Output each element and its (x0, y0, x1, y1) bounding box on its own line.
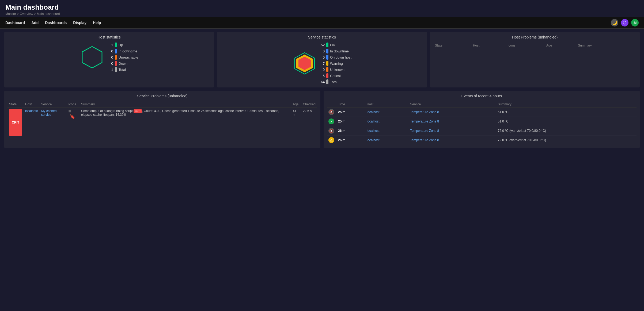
unreachable-indicator (115, 55, 117, 60)
svc-service-cell[interactable]: My cached service (39, 107, 67, 138)
stat-unreachable: 0 Unreachable (109, 55, 138, 60)
evt-col-service: Service (408, 101, 496, 107)
svc-col-icons: Icons (67, 101, 79, 107)
svc-col-summary: Summary (79, 101, 291, 107)
stat-total-host: 1 Total (109, 67, 138, 72)
evt-time-cell: 25 m (336, 107, 365, 117)
evt-icon-cell: ✓ (327, 117, 336, 126)
in-downtime-host-indicator (115, 49, 117, 53)
ok-label: OK (330, 43, 335, 47)
on-down-host-indicator (326, 55, 328, 60)
evt-service-cell[interactable]: Temperature Zone 8 (408, 107, 496, 117)
page-header: Main dashboard Monitor > Overview > Main… (0, 0, 644, 17)
crit-state-badge: CRIT (9, 109, 22, 136)
nav-dashboards[interactable]: Dashboards (45, 20, 67, 26)
crit-inline-badge: CRIT (134, 109, 142, 113)
stat-total-svc: 64 Total (321, 79, 351, 84)
nav-icon-group: 🌙 ⬡ ≋ (611, 19, 639, 26)
col-summary: Summary (576, 43, 637, 48)
total-host-label: Total (119, 68, 126, 72)
unknown-indicator (326, 67, 328, 72)
event-status-icon: ⚠ (328, 137, 334, 143)
svc-icons-cell: ≡ 🔖 (67, 107, 79, 138)
main-content: Host statistics 1 Up 0 In downtime (0, 29, 644, 151)
ok-indicator (326, 43, 328, 47)
svc-col-service: Service (39, 101, 67, 107)
nav-help[interactable]: Help (93, 20, 101, 26)
spotify-icon[interactable]: ≋ (631, 19, 639, 26)
evt-service-cell[interactable]: Temperature Zone 8 (408, 117, 496, 126)
top-row: Host statistics 1 Up 0 In downtime (4, 32, 640, 87)
evt-time-cell: 26 m (336, 126, 365, 136)
evt-time-cell: 25 m (336, 117, 365, 126)
service-problems-card: Service Problems (unhandled) State Host … (4, 91, 320, 148)
warning-label: Warning (330, 62, 343, 66)
down-label: Down (119, 62, 127, 66)
nav-dashboard[interactable]: Dashboard (5, 20, 25, 26)
stat-ok: 52 OK (321, 43, 351, 47)
service-statistics-card: Service statistics 52 OK 0 (217, 32, 427, 87)
host-stats-inner: 1 Up 0 In downtime 0 Unreachable (7, 43, 211, 72)
evt-service-cell[interactable]: Temperature Zone 8 (408, 136, 496, 145)
col-host: Host (471, 43, 506, 48)
critical-indicator (326, 73, 328, 78)
stat-unknown: 0 Unknown (321, 67, 351, 72)
evt-summary-cell: 51.0 °C (496, 117, 637, 126)
svc-col-age: Age (291, 101, 301, 107)
evt-service-cell[interactable]: Temperature Zone 8 (408, 126, 496, 136)
svc-summary-cell: Some output of a long running script CRI… (79, 107, 291, 138)
host-hexagon-icon (80, 45, 104, 69)
service-hexagon-icon (293, 51, 317, 75)
total-host-indicator (115, 67, 117, 72)
up-indicator (115, 43, 117, 47)
evt-host-cell[interactable]: localhost (365, 107, 408, 117)
event-status-icon: 🔇 (328, 109, 334, 115)
moon-icon[interactable]: 🌙 (611, 19, 618, 26)
nav-display[interactable]: Display (73, 20, 86, 26)
stat-in-downtime-svc: 0 In downtime (321, 49, 351, 53)
evt-host-cell[interactable]: localhost (365, 117, 408, 126)
svc-col-checked: Checked (301, 101, 317, 107)
svc-host-cell[interactable]: localhost (24, 107, 39, 138)
up-label: Up (119, 43, 123, 47)
evt-col-time: Time (336, 101, 365, 107)
evt-host-cell[interactable]: localhost (365, 126, 408, 136)
stat-down: 0 Down (109, 61, 138, 66)
svc-age-cell: 41 m (291, 107, 301, 138)
host-problems-card: Host Problems (unhandled) State Host Ico… (430, 32, 640, 87)
host-statistics-title: Host statistics (7, 35, 211, 39)
stat-in-downtime-host: 0 In downtime (109, 49, 138, 53)
table-row: CRIT localhost My cached service ≡ 🔖 Som… (7, 107, 317, 138)
stat-on-down-host: 0 On down host (321, 55, 351, 60)
nav-add[interactable]: Add (31, 20, 39, 26)
in-downtime-host-label: In downtime (119, 49, 137, 53)
events-table: Time Host Service Summary 🔇 25 m localho… (327, 101, 637, 145)
svc-checked-cell: 22.5 s (301, 107, 317, 138)
page-title: Main dashboard (5, 3, 639, 11)
svg-marker-0 (82, 47, 102, 68)
evt-icon-cell: 🔇 (327, 107, 336, 117)
host-statistics-card: Host statistics 1 Up 0 In downtime (4, 32, 214, 87)
unknown-label: Unknown (330, 68, 344, 72)
breadcrumb: Monitor > Overview > Main dashboard (5, 12, 639, 16)
cube-icon[interactable]: ⬡ (621, 19, 628, 26)
evt-summary-cell: 72.0 °C (warn/crit at 70.0/80.0 °C) (496, 136, 637, 145)
evt-host-cell[interactable]: localhost (365, 136, 408, 145)
evt-summary-cell: 72.0 °C (warn/crit at 70.0/80.0 °C) (496, 126, 637, 136)
svc-col-state: State (7, 101, 24, 107)
events-card: Events of recent 4 hours Time Host Servi… (324, 91, 640, 148)
table-row: 🔇 26 m localhost Temperature Zone 8 72.0… (327, 126, 637, 136)
event-status-icon: ✓ (328, 118, 334, 124)
total-svc-label: Total (330, 80, 337, 84)
bookmark-icon: 🔖 (70, 114, 75, 119)
host-stat-list: 1 Up 0 In downtime 0 Unreachable (109, 43, 138, 72)
on-down-host-label: On down host (330, 55, 351, 59)
service-problems-title: Service Problems (unhandled) (7, 94, 317, 98)
service-stat-list: 52 OK 0 In downtime 0 On down host (321, 43, 351, 84)
evt-col-summary: Summary (496, 101, 637, 107)
table-row: ⚠ 26 m localhost Temperature Zone 8 72.0… (327, 136, 637, 145)
col-icons: Icons (506, 43, 545, 48)
evt-summary-cell: 51.0 °C (496, 107, 637, 117)
evt-col-icon (327, 101, 336, 107)
col-age: Age (545, 43, 576, 48)
